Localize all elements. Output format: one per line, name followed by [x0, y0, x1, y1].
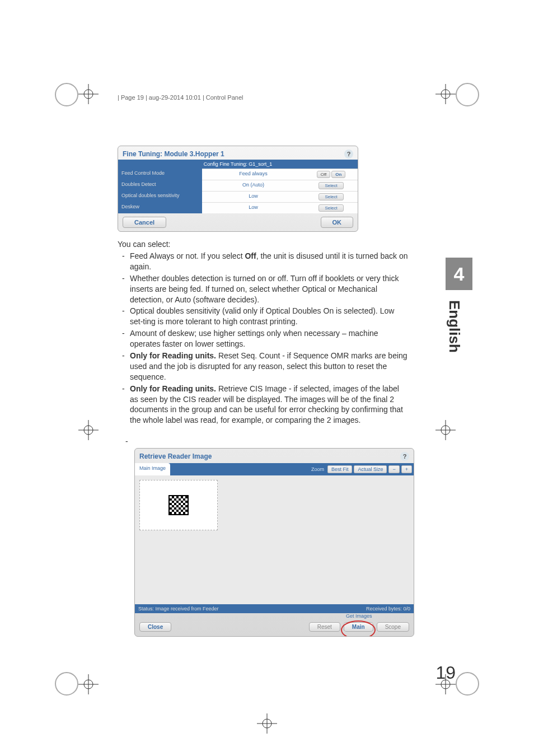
regmark-icon — [78, 84, 99, 104]
qr-icon — [168, 495, 189, 515]
tab-main-image[interactable]: Main Image — [135, 463, 170, 475]
regmark-icon — [78, 674, 99, 694]
row-label: Deskew — [118, 202, 202, 213]
list-item: Feed Always or not. If you select Off, t… — [130, 251, 409, 272]
select-button[interactable]: Select — [318, 182, 343, 189]
panel-title: Fine Tuning: Module 3.Hopper 1 — [123, 150, 224, 158]
regmark-icon — [257, 713, 277, 734]
row-value: Feed always — [202, 169, 305, 180]
row-value: Low — [202, 191, 305, 202]
corner-ring-icon — [456, 83, 479, 106]
zoom-actual-size-button[interactable]: Actual Size — [354, 465, 387, 473]
select-button[interactable]: Select — [318, 204, 343, 212]
header-line: | Page 19 | aug-29-2014 10:01 | Control … — [118, 94, 243, 101]
reader-image-panel: Retrieve Reader Image ? Main Image Zoom … — [134, 448, 414, 637]
corner-ring-icon — [55, 672, 78, 696]
corner-ring-icon — [456, 672, 479, 696]
zoom-best-fit-button[interactable]: Best Fit — [327, 465, 353, 473]
zoom-label: Zoom — [308, 466, 327, 472]
list-item: Optical doubles sensitivity (valid only … — [130, 306, 409, 327]
row-label: Optical doubles sensitivity — [118, 191, 202, 202]
config-label: Config Fine Tuning: G1_sort_1 — [118, 160, 358, 169]
panel-title: Retrieve Reader Image — [139, 452, 212, 460]
label-preview — [139, 480, 218, 530]
annotation-oval — [341, 620, 376, 637]
image-area — [135, 475, 414, 604]
zoom-in-button[interactable]: + — [401, 465, 412, 473]
zoom-out-button[interactable]: − — [388, 465, 399, 473]
toggle-on[interactable]: On — [331, 171, 345, 178]
select-button[interactable]: Select — [318, 193, 343, 200]
row-value: Low — [202, 202, 305, 213]
list-item: Amount of deskew; use higher settings on… — [130, 328, 409, 349]
row-label: Feed Control Mode — [118, 169, 202, 180]
close-button[interactable]: Close — [139, 622, 171, 632]
row-feed-control: Feed Control Mode Feed always Off On — [118, 169, 358, 180]
regmark-icon — [78, 420, 99, 440]
cancel-button[interactable]: Cancel — [123, 217, 166, 228]
row-value: On (Auto) — [202, 180, 305, 191]
page-number: 19 — [435, 662, 456, 683]
lone-dash: - — [125, 437, 472, 446]
list-item: Only for Reading units. Reset Seq. Count… — [130, 351, 409, 382]
fine-tuning-panel: Fine Tuning: Module 3.Hopper 1 ? Config … — [118, 146, 358, 232]
side-tab: 4 English — [446, 258, 472, 353]
chapter-number: 4 — [446, 258, 472, 290]
help-icon[interactable]: ? — [400, 452, 409, 461]
intro-text: You can select: — [118, 240, 472, 249]
status-left: Status: Image received from Feeder — [138, 606, 219, 612]
toggle-off[interactable]: Off — [317, 171, 331, 178]
row-doubles-detect: Doubles Detect On (Auto) Select — [118, 180, 358, 191]
row-label: Doubles Detect — [118, 180, 202, 191]
language-label: English — [446, 300, 463, 353]
list-item: Only for Reading units. Retrieve CIS Ima… — [130, 384, 409, 426]
help-icon[interactable]: ? — [344, 150, 353, 158]
get-images-label: Get Images — [346, 613, 372, 619]
scope-button[interactable]: Scope — [377, 622, 409, 632]
corner-ring-icon — [55, 83, 78, 106]
bullet-list: Feed Always or not. If you select Off, t… — [118, 251, 409, 426]
regmark-icon — [435, 420, 456, 440]
status-right: Received bytes: 0/0 — [366, 606, 410, 612]
ok-button[interactable]: OK — [321, 217, 354, 228]
regmark-icon — [435, 84, 456, 104]
row-deskew: Deskew Low Select — [118, 202, 358, 213]
row-optical-sensitivity: Optical doubles sensitivity Low Select — [118, 191, 358, 202]
reset-button[interactable]: Reset — [309, 622, 340, 632]
list-item: Whether doubles detection is turned on o… — [130, 273, 409, 305]
